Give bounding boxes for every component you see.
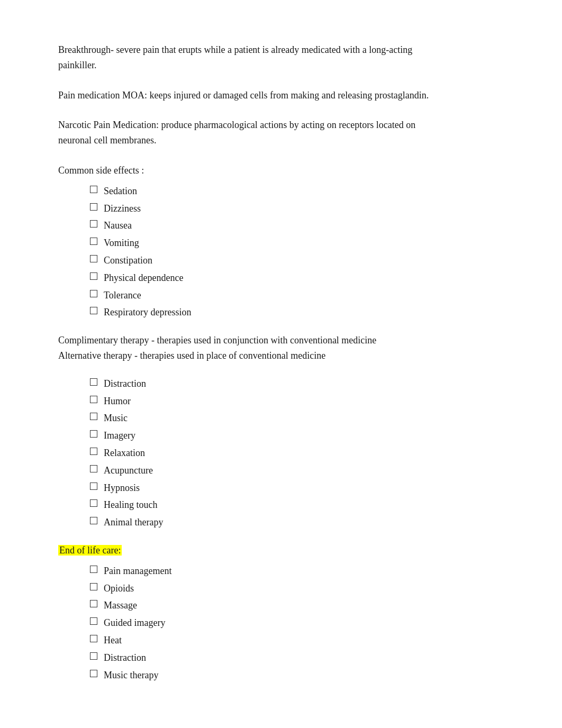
therapy-music: Music bbox=[104, 411, 128, 426]
side-effect-sedation: Sedation bbox=[104, 184, 137, 199]
list-item: Hypnosis bbox=[90, 480, 509, 496]
breakthrough-line2: painkiller. bbox=[58, 58, 509, 73]
list-item: Acupuncture bbox=[90, 463, 509, 478]
narcotic-line1: Narcotic Pain Medication: produce pharma… bbox=[58, 117, 509, 133]
side-effect-nausea: Nausea bbox=[104, 218, 132, 233]
list-item: Animal therapy bbox=[90, 515, 509, 530]
therapy-relaxation: Relaxation bbox=[104, 445, 145, 461]
bullet-icon bbox=[90, 448, 97, 455]
end-of-life-heading-container: End of life care: bbox=[58, 543, 509, 558]
list-item: Relaxation bbox=[90, 445, 509, 461]
side-effect-vomiting: Vomiting bbox=[104, 235, 139, 251]
bullet-icon bbox=[90, 186, 97, 193]
therapy-acupuncture: Acupuncture bbox=[104, 463, 153, 478]
narcotic-paragraph: Narcotic Pain Medication: produce pharma… bbox=[58, 117, 509, 148]
side-effect-tolerance: Tolerance bbox=[104, 288, 141, 303]
eol-heat: Heat bbox=[104, 633, 122, 648]
list-item: Guided imagery bbox=[90, 615, 509, 631]
eol-massage: Massage bbox=[104, 598, 137, 613]
eol-guided-imagery: Guided imagery bbox=[104, 615, 165, 631]
bullet-icon bbox=[90, 499, 97, 507]
side-effect-dizziness: Dizziness bbox=[104, 201, 141, 216]
side-effects-heading: Common side effects : bbox=[58, 163, 509, 178]
therapy-hypnosis: Hypnosis bbox=[104, 480, 140, 496]
list-item: Imagery bbox=[90, 428, 509, 443]
bullet-icon bbox=[90, 566, 97, 573]
bullet-icon bbox=[90, 517, 97, 524]
side-effect-respiratory-depression: Respiratory depression bbox=[104, 305, 191, 320]
therapy-definitions: Complimentary therapy - therapies used i… bbox=[58, 333, 509, 363]
pain-moa-text: Pain medication MOA: keeps injured or da… bbox=[58, 88, 509, 103]
therapy-animal-therapy: Animal therapy bbox=[104, 515, 163, 530]
list-item: Nausea bbox=[90, 218, 509, 233]
bullet-icon bbox=[90, 617, 97, 625]
list-item: Opioids bbox=[90, 581, 509, 596]
side-effects-list: Sedation Dizziness Nausea Vomiting Const… bbox=[58, 184, 509, 320]
bullet-icon bbox=[90, 430, 97, 438]
bullet-icon bbox=[90, 238, 97, 245]
list-item: Tolerance bbox=[90, 288, 509, 303]
bullet-icon bbox=[90, 583, 97, 590]
list-item: Dizziness bbox=[90, 201, 509, 216]
side-effect-constipation: Constipation bbox=[104, 253, 152, 268]
list-item: Respiratory depression bbox=[90, 305, 509, 320]
therapy-humor: Humor bbox=[104, 394, 131, 409]
therapy-imagery: Imagery bbox=[104, 428, 135, 443]
list-item: Physical dependence bbox=[90, 270, 509, 286]
bullet-icon bbox=[90, 635, 97, 642]
bullet-icon bbox=[90, 255, 97, 262]
complimentary-line: Complimentary therapy - therapies used i… bbox=[58, 333, 509, 348]
list-item: Healing touch bbox=[90, 497, 509, 513]
breakthrough-line1: Breakthrough- severe pain that erupts wh… bbox=[58, 42, 509, 58]
bullet-icon bbox=[90, 272, 97, 280]
bullet-icon bbox=[90, 378, 97, 386]
list-item: Pain management bbox=[90, 563, 509, 579]
therapy-healing-touch: Healing touch bbox=[104, 497, 157, 513]
list-item: Heat bbox=[90, 633, 509, 648]
bullet-icon bbox=[90, 652, 97, 660]
bullet-icon bbox=[90, 307, 97, 314]
bullet-icon bbox=[90, 413, 97, 420]
bullet-icon bbox=[90, 220, 97, 228]
side-effect-physical-dependence: Physical dependence bbox=[104, 270, 183, 286]
narcotic-line2: neuronal cell membranes. bbox=[58, 133, 509, 148]
list-item: Constipation bbox=[90, 253, 509, 268]
alternative-line: Alternative therapy - therapies used in … bbox=[58, 348, 509, 363]
bullet-icon bbox=[90, 483, 97, 490]
list-item: Humor bbox=[90, 394, 509, 409]
eol-pain-management: Pain management bbox=[104, 563, 171, 579]
end-of-life-heading: End of life care: bbox=[58, 545, 122, 556]
list-item: Massage bbox=[90, 598, 509, 613]
bullet-icon bbox=[90, 600, 97, 607]
bullet-icon bbox=[90, 670, 97, 677]
list-item: Distraction bbox=[90, 376, 509, 392]
eol-opioids: Opioids bbox=[104, 581, 134, 596]
end-of-life-list: Pain management Opioids Massage Guided i… bbox=[58, 563, 509, 683]
list-item: Vomiting bbox=[90, 235, 509, 251]
side-effects-label: Common side effects : bbox=[58, 163, 509, 178]
list-item: Distraction bbox=[90, 650, 509, 666]
eol-distraction: Distraction bbox=[104, 650, 146, 666]
list-item: Sedation bbox=[90, 184, 509, 199]
bullet-icon bbox=[90, 396, 97, 403]
breakthrough-paragraph: Breakthrough- severe pain that erupts wh… bbox=[58, 42, 509, 73]
bullet-icon bbox=[90, 203, 97, 211]
bullet-icon bbox=[90, 290, 97, 297]
list-item: Music therapy bbox=[90, 668, 509, 683]
pain-moa-paragraph: Pain medication MOA: keeps injured or da… bbox=[58, 88, 509, 103]
therapy-distraction: Distraction bbox=[104, 376, 146, 392]
therapy-list: Distraction Humor Music Imagery Relaxati… bbox=[58, 376, 509, 530]
list-item: Music bbox=[90, 411, 509, 426]
bullet-icon bbox=[90, 465, 97, 472]
eol-music-therapy: Music therapy bbox=[104, 668, 158, 683]
